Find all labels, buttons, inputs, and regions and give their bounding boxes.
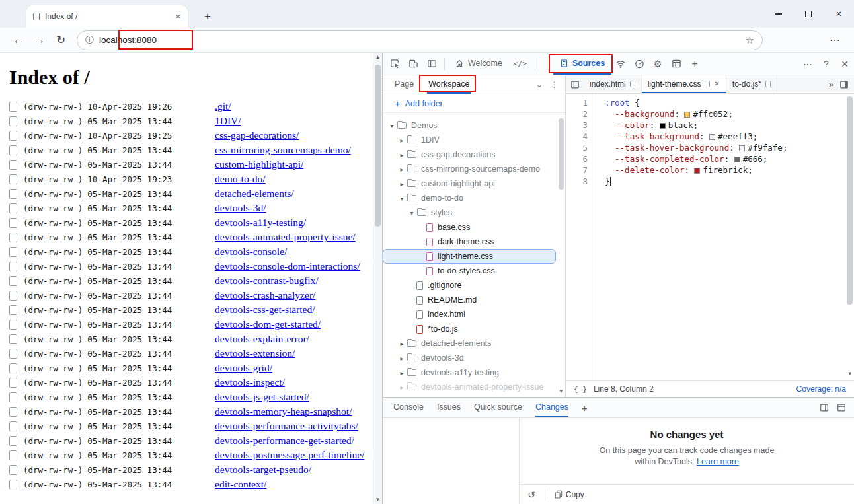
navigator-tab-workspace[interactable]: Workspace — [427, 75, 471, 94]
chevron-right-icon[interactable]: ▸ — [397, 151, 407, 159]
tree-file[interactable]: index.html — [383, 307, 556, 322]
tab-sources[interactable]: Sources — [553, 53, 611, 75]
entry-link[interactable]: devtools-contrast-bugfix/ — [215, 275, 319, 287]
navigator-toggle-icon[interactable] — [566, 75, 584, 93]
scrollbar-thumb[interactable] — [847, 96, 853, 305]
activity-bar-icon[interactable] — [422, 53, 441, 75]
tree-folder[interactable]: ▸devtools-animated-property-issue — [383, 380, 556, 394]
entry-link[interactable]: devtools-a11y-testing/ — [215, 217, 306, 229]
chevron-down-icon[interactable]: ▾ — [397, 195, 407, 202]
tree-file[interactable]: to-do-styles.css — [383, 264, 556, 278]
tab-close-icon[interactable]: ✕ — [175, 13, 181, 21]
entry-link[interactable]: devtools-performance-get-started/ — [215, 435, 354, 447]
entry-link[interactable]: devtools-explain-error/ — [215, 333, 309, 345]
tree-folder[interactable]: ▸css-gap-decorations — [383, 147, 556, 162]
refresh-button[interactable]: ↻ — [50, 33, 71, 47]
entry-link[interactable]: 1DIV/ — [215, 115, 241, 127]
entry-link[interactable]: devtools-3d/ — [215, 202, 266, 214]
add-folder-button[interactable]: + Add folder — [383, 94, 565, 113]
maximize-button[interactable] — [793, 0, 824, 28]
chevron-right-icon[interactable]: ▸ — [397, 137, 407, 144]
devtools-close-icon[interactable]: ✕ — [835, 53, 854, 75]
navigator-tab-page[interactable]: Page — [393, 75, 415, 94]
chevron-down-icon[interactable]: ▾ — [407, 209, 416, 217]
help-icon[interactable]: ? — [817, 53, 835, 75]
chevron-right-icon[interactable]: ▸ — [397, 340, 407, 347]
inspect-icon[interactable] — [385, 53, 404, 75]
chevron-right-icon[interactable]: ▸ — [397, 355, 407, 362]
entry-link[interactable]: css-gap-decorations/ — [215, 129, 299, 141]
entry-link[interactable]: detached-elements/ — [215, 188, 294, 199]
more-options-icon[interactable]: ⋯ — [798, 53, 817, 75]
page-scrollbar[interactable]: ▲ ▼ — [373, 53, 382, 504]
color-swatch[interactable] — [660, 123, 666, 129]
tree-folder[interactable]: ▸css-mirroring-sourcemaps-demo — [383, 162, 556, 176]
entry-link[interactable]: devtools-console-dom-interactions/ — [215, 260, 360, 272]
entry-link[interactable]: devtools-extension/ — [215, 347, 295, 359]
tree-folder[interactable]: ▾demo-to-do — [383, 191, 556, 205]
chevron-right-icon[interactable]: ▸ — [397, 166, 407, 173]
entry-link[interactable]: devtools-css-get-started/ — [215, 304, 315, 316]
tab-overflow-icon[interactable]: » — [829, 80, 834, 89]
entry-link[interactable]: devtools-animated-property-issue/ — [215, 231, 356, 243]
close-icon[interactable]: ✕ — [714, 80, 719, 87]
tree-file[interactable]: .gitignore — [383, 278, 556, 293]
entry-link[interactable]: devtools-target-pseudo/ — [215, 464, 311, 476]
entry-link[interactable]: devtools-inspect/ — [215, 377, 285, 388]
color-swatch[interactable] — [739, 145, 745, 151]
device-toolbar-icon[interactable] — [404, 53, 422, 75]
dock-panel-icon[interactable] — [820, 403, 829, 412]
scroll-down-icon[interactable]: ▾ — [848, 370, 851, 377]
debugger-panel-icon[interactable] — [839, 80, 849, 89]
editor-tab[interactable]: light-theme.css✕ — [642, 75, 726, 93]
chevron-down-icon[interactable]: ▾ — [387, 122, 397, 129]
tree-folder[interactable]: ▾styles — [383, 205, 556, 220]
scrollbar-thumb[interactable] — [559, 118, 564, 190]
scroll-down-icon[interactable]: ▼ — [373, 497, 382, 503]
tree-file[interactable]: light-theme.css — [383, 249, 556, 264]
editor-tab[interactable]: to-do.js* — [726, 75, 777, 93]
entry-link[interactable]: devtools-dom-get-started/ — [215, 318, 321, 330]
color-swatch[interactable] — [684, 112, 690, 118]
scroll-down-icon[interactable]: ▾ — [559, 388, 563, 394]
favorite-star-icon[interactable]: ☆ — [746, 34, 754, 46]
minimize-button[interactable] — [763, 0, 793, 28]
revert-icon[interactable]: ↺ — [527, 489, 535, 500]
code-area[interactable]: :root { --background: #ffc052; --color: … — [596, 94, 854, 380]
forward-button[interactable]: → — [29, 34, 50, 47]
chevron-down-icon[interactable]: ⌄ — [536, 80, 543, 89]
tree-file[interactable]: base.css — [383, 220, 556, 234]
entry-link[interactable]: devtools-memory-heap-snapshot/ — [215, 406, 352, 417]
coverage-link[interactable]: Coverage: n/a — [796, 384, 846, 394]
kebab-menu-icon[interactable]: ⋮ — [551, 80, 559, 89]
chevron-right-icon[interactable]: ▸ — [397, 384, 407, 391]
code-editor[interactable]: 12345678 :root { --background: #ffc052; … — [566, 94, 854, 380]
entry-link[interactable]: devtools-grid/ — [215, 362, 272, 374]
entry-link[interactable]: css-mirroring-sourcemaps-demo/ — [215, 144, 351, 156]
drawer-tab-changes[interactable]: Changes — [535, 398, 568, 417]
entry-link[interactable]: custom-highlight-api/ — [215, 159, 303, 170]
browser-menu-icon[interactable]: ⋯ — [824, 34, 846, 46]
tab-welcome[interactable]: Welcome — [448, 53, 509, 75]
scroll-up-icon[interactable]: ▲ — [373, 54, 382, 60]
drawer-tab-issues[interactable]: Issues — [437, 398, 461, 417]
color-swatch[interactable] — [734, 157, 740, 162]
code-icon[interactable]: </> — [509, 53, 531, 75]
tree-folder[interactable]: ▸devtools-3d — [383, 351, 556, 365]
tree-folder[interactable]: ▸detached-elements — [383, 336, 556, 351]
tree-folder[interactable]: ▸1DIV — [383, 133, 556, 147]
entry-link[interactable]: demo-to-do/ — [215, 173, 266, 185]
drawer-tab-console[interactable]: Console — [393, 398, 424, 417]
editor-tab[interactable]: index.html — [584, 75, 642, 93]
back-button[interactable]: ← — [8, 34, 29, 47]
drawer-tab-quick-source[interactable]: Quick source — [474, 398, 522, 417]
settings-gear-icon[interactable]: ⚙ — [648, 53, 667, 75]
layout-panel-icon[interactable] — [667, 53, 685, 75]
color-swatch[interactable] — [694, 168, 700, 174]
copy-button[interactable]: Copy — [555, 490, 584, 499]
tree-file[interactable]: dark-theme.css — [383, 234, 556, 249]
scrollbar-thumb[interactable] — [375, 65, 381, 227]
address-bar[interactable]: ⓘ localhost:8080 ☆ — [77, 30, 763, 50]
entry-link[interactable]: edit-context/ — [215, 478, 266, 490]
expand-panel-icon[interactable] — [837, 403, 846, 412]
